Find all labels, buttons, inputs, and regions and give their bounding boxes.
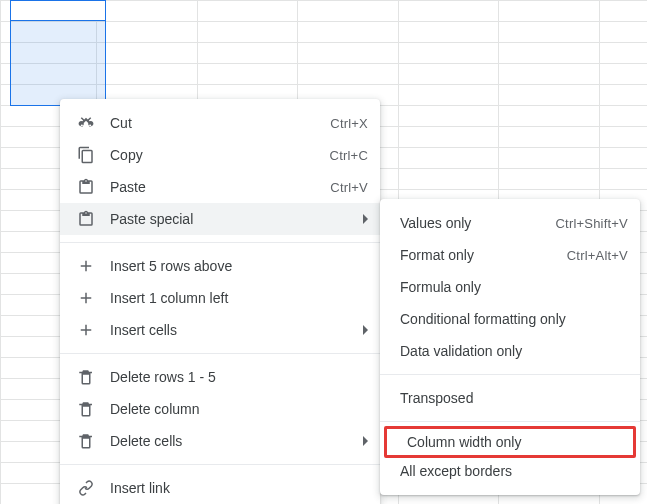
menu-item-label: Delete column: [110, 401, 368, 417]
separator: [60, 464, 380, 465]
paste-special-submenu: Values only Ctrl+Shift+V Format only Ctr…: [380, 199, 640, 495]
menu-item-label: Conditional formatting only: [400, 311, 628, 327]
menu-item-label: Insert 1 column left: [110, 290, 368, 306]
trash-icon: [76, 431, 96, 451]
menu-item-label: Column width only: [407, 434, 627, 450]
submenu-arrow-icon: [363, 436, 368, 446]
menu-item-cut[interactable]: Cut Ctrl+X: [60, 107, 380, 139]
submenu-item-conditional-formatting[interactable]: Conditional formatting only: [380, 303, 640, 335]
menu-item-delete-rows[interactable]: Delete rows 1 - 5: [60, 361, 380, 393]
separator: [380, 421, 640, 422]
menu-item-label: Paste: [110, 179, 322, 195]
submenu-item-formula-only[interactable]: Formula only: [380, 271, 640, 303]
submenu-item-all-except-borders[interactable]: All except borders: [380, 455, 640, 487]
menu-item-label: Insert link: [110, 480, 368, 496]
menu-item-delete-column[interactable]: Delete column: [60, 393, 380, 425]
paste-icon: [76, 209, 96, 229]
submenu-item-format-only[interactable]: Format only Ctrl+Alt+V: [380, 239, 640, 271]
menu-item-insert-link[interactable]: Insert link: [60, 472, 380, 504]
menu-item-label: Cut: [110, 115, 322, 131]
link-icon: [76, 478, 96, 498]
submenu-item-values-only[interactable]: Values only Ctrl+Shift+V: [380, 207, 640, 239]
menu-item-label: All except borders: [400, 463, 628, 479]
separator: [60, 242, 380, 243]
menu-item-copy[interactable]: Copy Ctrl+C: [60, 139, 380, 171]
menu-item-label: Format only: [400, 247, 559, 263]
menu-item-paste[interactable]: Paste Ctrl+V: [60, 171, 380, 203]
menu-item-label: Formula only: [400, 279, 628, 295]
submenu-item-data-validation[interactable]: Data validation only: [380, 335, 640, 367]
context-menu: Cut Ctrl+X Copy Ctrl+C Paste Ctrl+V Past…: [60, 99, 380, 504]
menu-item-delete-cells[interactable]: Delete cells: [60, 425, 380, 457]
shortcut: Ctrl+V: [330, 180, 368, 195]
submenu-item-transposed[interactable]: Transposed: [380, 382, 640, 414]
submenu-arrow-icon: [363, 325, 368, 335]
cut-icon: [76, 113, 96, 133]
menu-item-insert-rows[interactable]: Insert 5 rows above: [60, 250, 380, 282]
trash-icon: [76, 367, 96, 387]
separator: [380, 374, 640, 375]
menu-item-insert-column[interactable]: Insert 1 column left: [60, 282, 380, 314]
shortcut: Ctrl+Shift+V: [556, 216, 629, 231]
submenu-arrow-icon: [363, 214, 368, 224]
shortcut: Ctrl+Alt+V: [567, 248, 628, 263]
menu-item-label: Paste special: [110, 211, 355, 227]
menu-item-label: Delete cells: [110, 433, 355, 449]
submenu-item-column-width-only[interactable]: Column width only: [384, 426, 636, 458]
menu-item-label: Data validation only: [400, 343, 628, 359]
plus-icon: [76, 288, 96, 308]
plus-icon: [76, 256, 96, 276]
menu-item-paste-special[interactable]: Paste special: [60, 203, 380, 235]
menu-item-label: Values only: [400, 215, 548, 231]
copy-icon: [76, 145, 96, 165]
trash-icon: [76, 399, 96, 419]
shortcut: Ctrl+X: [330, 116, 368, 131]
menu-item-label: Insert 5 rows above: [110, 258, 368, 274]
separator: [60, 353, 380, 354]
menu-item-label: Transposed: [400, 390, 628, 406]
menu-item-label: Insert cells: [110, 322, 355, 338]
plus-icon: [76, 320, 96, 340]
shortcut: Ctrl+C: [330, 148, 368, 163]
menu-item-label: Delete rows 1 - 5: [110, 369, 368, 385]
paste-icon: [76, 177, 96, 197]
menu-item-label: Copy: [110, 147, 322, 163]
menu-item-insert-cells[interactable]: Insert cells: [60, 314, 380, 346]
